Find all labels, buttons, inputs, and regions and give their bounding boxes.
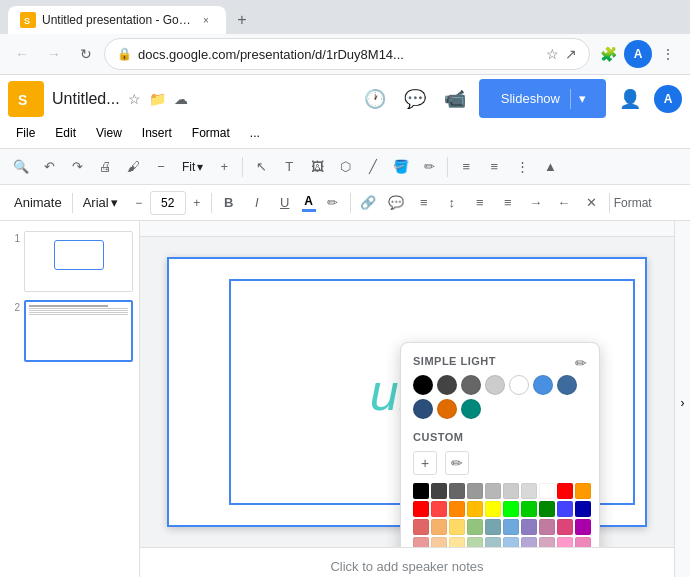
search-button[interactable]: 🔍 [8, 154, 34, 180]
grid-swatch-10[interactable] [413, 501, 429, 517]
swatch-blue2[interactable] [557, 375, 577, 395]
grid-swatch-14[interactable] [485, 501, 501, 517]
grid-swatch-38[interactable] [557, 537, 573, 547]
menu-insert[interactable]: Insert [134, 122, 180, 144]
grid-swatch-18[interactable] [557, 501, 573, 517]
grid-swatch-30[interactable] [413, 537, 429, 547]
color-fill-button[interactable]: 🪣 [388, 154, 414, 180]
comment-inline-button[interactable]: 💬 [383, 190, 409, 216]
video-button[interactable]: 📹 [439, 83, 471, 115]
grid-swatch-34[interactable] [485, 537, 501, 547]
grid-swatch-6[interactable] [521, 483, 537, 499]
undo-button[interactable]: ↶ [36, 154, 62, 180]
indent-button[interactable]: → [523, 190, 549, 216]
grid-swatch-27[interactable] [539, 519, 555, 535]
textbox-button[interactable]: T [276, 154, 302, 180]
font-size-input[interactable] [150, 191, 186, 215]
slide-thumb-2[interactable]: 2 [4, 298, 135, 363]
user-avatar[interactable]: A [654, 85, 682, 113]
line-button[interactable]: ╱ [360, 154, 386, 180]
list-button[interactable]: ≡ [467, 190, 493, 216]
swatch-black[interactable] [413, 375, 433, 395]
grid-swatch-19[interactable] [575, 501, 591, 517]
side-collapse-button[interactable]: › [674, 221, 690, 577]
print-button[interactable]: 🖨 [92, 154, 118, 180]
menu-icon[interactable]: ⋮ [654, 40, 682, 68]
reload-button[interactable]: ↻ [72, 40, 100, 68]
highlight-color-button[interactable]: ✏ [320, 190, 346, 216]
address-bar[interactable]: 🔒 docs.google.com/presentation/d/1rDuy8M… [104, 38, 590, 70]
font-family-select[interactable]: Arial ▾ [77, 193, 127, 212]
history-button[interactable]: 🕐 [359, 83, 391, 115]
align-button[interactable]: ≡ [411, 190, 437, 216]
image-button[interactable]: 🖼 [304, 154, 330, 180]
notes-bar[interactable]: Click to add speaker notes [140, 547, 674, 577]
new-tab-button[interactable]: + [230, 8, 254, 32]
add-custom-color-button[interactable]: + [413, 451, 437, 475]
edit-color-button[interactable]: ✏ [575, 355, 587, 371]
redo-button[interactable]: ↷ [64, 154, 90, 180]
grid-swatch-29[interactable] [575, 519, 591, 535]
grid-swatch-16[interactable] [521, 501, 537, 517]
grid-swatch-22[interactable] [449, 519, 465, 535]
pen-button[interactable]: ✏ [416, 154, 442, 180]
underline-button[interactable]: U [272, 190, 298, 216]
comment-button[interactable]: 💬 [399, 83, 431, 115]
grid-swatch-9[interactable] [575, 483, 591, 499]
slideshow-button[interactable]: Slideshow ▾ [479, 79, 606, 118]
grid-swatch-20[interactable] [413, 519, 429, 535]
swatch-white[interactable] [509, 375, 529, 395]
shape-button[interactable]: ⬡ [332, 154, 358, 180]
swatch-lightgray[interactable] [485, 375, 505, 395]
swatch-teal[interactable] [461, 399, 481, 419]
menu-edit[interactable]: Edit [47, 122, 84, 144]
move-icon[interactable]: 📁 [149, 91, 166, 107]
grid-swatch-3[interactable] [467, 483, 483, 499]
extensions-icon[interactable]: 🧩 [594, 40, 622, 68]
grid-swatch-32[interactable] [449, 537, 465, 547]
zoom-select[interactable]: Fit ▾ [176, 158, 209, 176]
grid-swatch-39[interactable] [575, 537, 591, 547]
clear-format-button[interactable]: ✕ [579, 190, 605, 216]
canvas-scroll[interactable]: uides SIMPLE LIGHT [140, 237, 674, 547]
grid-swatch-8[interactable] [557, 483, 573, 499]
menu-file[interactable]: File [8, 122, 43, 144]
align-left-button[interactable]: ≡ [453, 154, 479, 180]
link-button[interactable]: 🔗 [355, 190, 381, 216]
menu-more[interactable]: ... [242, 122, 268, 144]
swatch-orange[interactable] [437, 399, 457, 419]
text-color-button[interactable]: A [300, 192, 318, 214]
grid-swatch-7[interactable] [539, 483, 555, 499]
grid-swatch-5[interactable] [503, 483, 519, 499]
animate-button[interactable]: Animate [8, 193, 68, 212]
tab-close-button[interactable]: × [198, 12, 214, 28]
swatch-gray[interactable] [461, 375, 481, 395]
grid-swatch-26[interactable] [521, 519, 537, 535]
swatch-blue3[interactable] [413, 399, 433, 419]
grid-swatch-12[interactable] [449, 501, 465, 517]
forward-button[interactable]: → [40, 40, 68, 68]
menu-view[interactable]: View [88, 122, 130, 144]
grid-swatch-23[interactable] [467, 519, 483, 535]
grid-swatch-37[interactable] [539, 537, 555, 547]
grid-swatch-33[interactable] [467, 537, 483, 547]
bookmark-icon[interactable]: ☆ [128, 91, 141, 107]
profile-button[interactable]: A [624, 40, 652, 68]
back-button[interactable]: ← [8, 40, 36, 68]
active-tab[interactable]: S Untitled presentation - Google S × [8, 6, 226, 34]
grid-swatch-24[interactable] [485, 519, 501, 535]
collapse-toolbar-button[interactable]: ▲ [537, 154, 563, 180]
grid-swatch-28[interactable] [557, 519, 573, 535]
grid-swatch-35[interactable] [503, 537, 519, 547]
star-icon[interactable]: ☆ [546, 46, 559, 62]
swatch-darkgray[interactable] [437, 375, 457, 395]
swatch-blue1[interactable] [533, 375, 553, 395]
menu-format[interactable]: Format [184, 122, 238, 144]
grid-swatch-36[interactable] [521, 537, 537, 547]
bold-button[interactable]: B [216, 190, 242, 216]
grid-swatch-0[interactable] [413, 483, 429, 499]
ordered-list-button[interactable]: ≡ [495, 190, 521, 216]
slideshow-arrow-icon[interactable]: ▾ [571, 85, 594, 112]
font-size-increase[interactable]: + [187, 193, 207, 213]
grid-swatch-1[interactable] [431, 483, 447, 499]
